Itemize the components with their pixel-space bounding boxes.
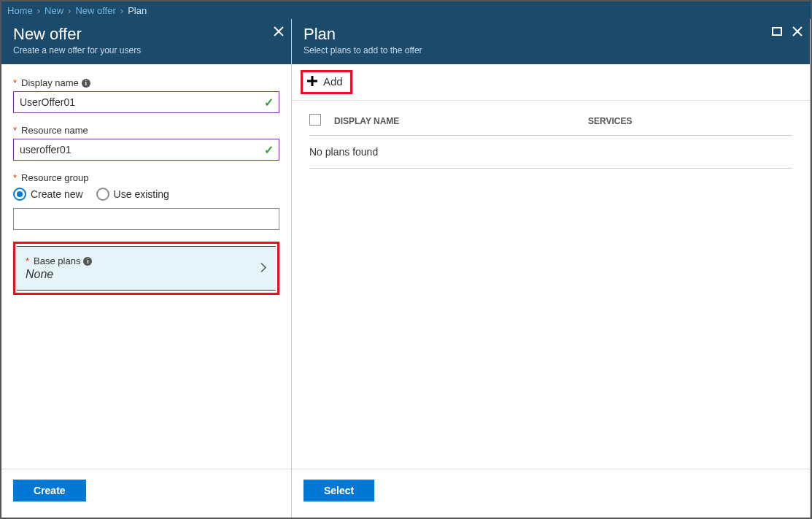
plans-table: DISPLAY NAME SERVICES No plans found: [292, 101, 810, 169]
check-icon: ✓: [264, 143, 274, 157]
add-button-highlight: Add: [301, 70, 352, 94]
toolbar: Add: [292, 64, 810, 101]
resource-group-create-new-radio[interactable]: Create new: [13, 188, 83, 201]
breadcrumb: Home › New › New offer › Plan: [1, 1, 811, 19]
plus-icon: [306, 74, 319, 88]
display-name-label: * Display name i: [13, 77, 279, 88]
blade-title: New offer: [13, 25, 279, 44]
close-icon[interactable]: [792, 26, 803, 36]
column-services[interactable]: SERVICES: [588, 116, 792, 126]
resource-group-input[interactable]: [13, 208, 279, 230]
new-offer-blade: New offer Create a new offer for your us…: [1, 19, 292, 518]
plan-blade: Plan Select plans to add to the offer: [292, 19, 811, 518]
select-all-checkbox[interactable]: [309, 114, 321, 126]
base-plans-label: * Base plans i: [26, 255, 267, 266]
check-icon: ✓: [264, 96, 274, 109]
breadcrumb-separator: ›: [120, 5, 123, 16]
display-name-input[interactable]: [13, 91, 279, 113]
breadcrumb-new-offer[interactable]: New offer: [75, 5, 115, 16]
table-header: DISPLAY NAME SERVICES: [309, 114, 792, 136]
base-plans-selector[interactable]: * Base plans i None: [17, 246, 276, 291]
breadcrumb-new[interactable]: New: [45, 5, 63, 16]
info-icon[interactable]: i: [83, 257, 92, 266]
svg-rect-0: [773, 28, 781, 35]
blade-header: New offer Create a new offer for your us…: [1, 19, 291, 64]
breadcrumb-home[interactable]: Home: [7, 5, 33, 16]
maximize-icon[interactable]: [772, 27, 782, 36]
required-indicator: *: [13, 77, 17, 88]
close-icon[interactable]: [274, 26, 284, 36]
breadcrumb-plan: Plan: [128, 5, 147, 16]
breadcrumb-separator: ›: [68, 5, 71, 16]
column-display-name[interactable]: DISPLAY NAME: [334, 116, 588, 126]
info-icon[interactable]: i: [82, 79, 90, 88]
breadcrumb-separator: ›: [37, 5, 40, 16]
blade-subtitle: Select plans to add to the offer: [303, 45, 798, 55]
add-button[interactable]: Add: [306, 74, 343, 88]
base-plans-highlight: * Base plans i None: [13, 242, 279, 295]
base-plans-value: None: [26, 268, 267, 281]
required-indicator: *: [13, 125, 17, 136]
blade-header: Plan Select plans to add to the offer: [292, 19, 810, 64]
create-button[interactable]: Create: [13, 480, 86, 501]
resource-name-input[interactable]: [13, 139, 279, 161]
blade-subtitle: Create a new offer for your users: [13, 45, 279, 55]
resource-name-label: * Resource name: [13, 125, 279, 136]
select-button[interactable]: Select: [303, 480, 374, 501]
blade-title: Plan: [303, 25, 798, 44]
required-indicator: *: [13, 172, 17, 183]
required-indicator: *: [26, 255, 29, 266]
chevron-right-icon: [260, 261, 267, 275]
resource-group-use-existing-radio[interactable]: Use existing: [96, 188, 169, 201]
plans-empty-message: No plans found: [309, 136, 792, 169]
resource-group-label: * Resource group: [13, 172, 279, 183]
